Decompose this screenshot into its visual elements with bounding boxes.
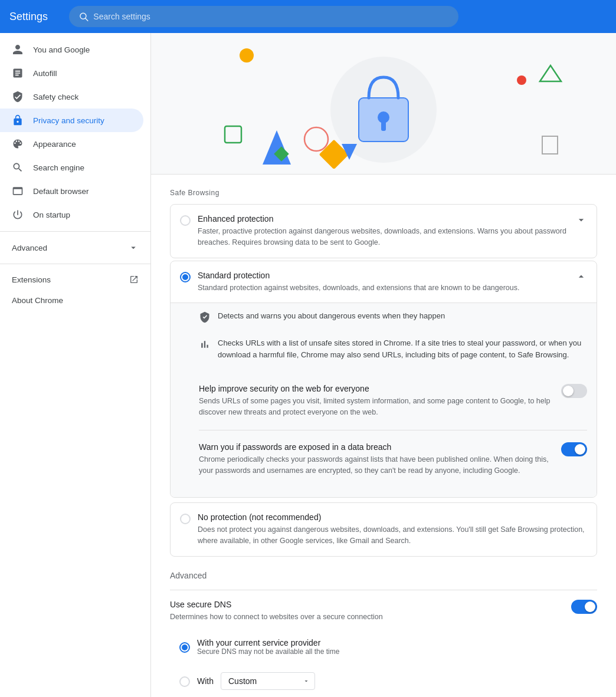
sidebar-item-label: On startup xyxy=(33,211,70,219)
sidebar-item-you-and-google[interactable]: You and Google xyxy=(0,38,143,61)
dns-option-current[interactable]: With your current service provider Secur… xyxy=(179,632,597,662)
app-header: Settings xyxy=(0,0,616,33)
hero-svg xyxy=(183,39,584,169)
feature-text-1: Detects and warns you about dangerous ev… xyxy=(218,310,445,322)
sidebar-item-label: Safety check xyxy=(33,93,78,101)
no-protection-card: No protection (not recommended) Does not… xyxy=(170,502,597,557)
enhanced-radio[interactable] xyxy=(180,215,191,226)
custom-provider-select[interactable]: Custom xyxy=(221,672,315,690)
safe-browsing-label: Safe Browsing xyxy=(170,189,597,197)
sidebar-item-label: Search engine xyxy=(33,163,84,172)
external-link-icon xyxy=(129,275,139,284)
standard-radio-fill xyxy=(182,274,188,280)
help-improve-desc: Sends URLs of some pages you visit, limi… xyxy=(199,396,552,418)
person-icon xyxy=(12,44,24,55)
sidebar-item-on-startup[interactable]: On startup xyxy=(0,203,143,226)
chevron-down-icon xyxy=(575,214,587,226)
sidebar-item-label: Autofill xyxy=(33,69,57,78)
palette-icon xyxy=(12,138,24,150)
warn-passwords-row: Warn you if passwords are exposed in a d… xyxy=(199,430,587,488)
enhanced-expand-btn[interactable] xyxy=(575,214,587,226)
sidebar-advanced-section[interactable]: Advanced xyxy=(0,236,150,259)
dns-option-custom[interactable]: With Custom xyxy=(179,662,597,698)
dns-current-radio[interactable] xyxy=(179,642,190,653)
sidebar-item-default-browser[interactable]: Default browser xyxy=(0,179,143,203)
feature-row-2: Checks URLs with a list of unsafe sites … xyxy=(199,330,587,367)
no-protection-radio[interactable] xyxy=(180,514,191,524)
custom-select-row: Custom xyxy=(221,668,315,695)
enhanced-protection-card: Enhanced protection Faster, proactive pr… xyxy=(170,204,597,258)
app-title: Settings xyxy=(9,11,48,23)
dns-current-radio-fill xyxy=(182,645,188,650)
enhanced-desc: Faster, proactive protection against dan… xyxy=(198,226,568,248)
power-icon xyxy=(12,209,24,221)
standard-radio[interactable] xyxy=(180,272,191,282)
standard-expand-btn[interactable] xyxy=(575,271,587,282)
advanced-label: Advanced xyxy=(12,244,47,252)
enhanced-title: Enhanced protection xyxy=(198,214,568,223)
bar-chart-icon xyxy=(199,338,211,350)
svg-marker-13 xyxy=(540,65,561,81)
extensions-label: Extensions xyxy=(12,275,51,284)
no-protection-header[interactable]: No protection (not recommended) Does not… xyxy=(171,503,597,556)
chevron-down-icon xyxy=(128,242,139,253)
dns-custom-radio[interactable] xyxy=(179,676,190,687)
shield-icon xyxy=(12,91,24,103)
lock-icon xyxy=(12,114,24,126)
dns-toggle-row: Use secure DNS Determines how to connect… xyxy=(170,590,597,627)
advanced-section-label: Advanced xyxy=(170,571,597,580)
search-input[interactable] xyxy=(93,12,449,21)
sidebar-divider-2 xyxy=(0,264,150,264)
dns-sub-options: With your current service provider Secur… xyxy=(170,632,597,698)
standard-protection-card: Standard protection Standard protection … xyxy=(170,261,597,498)
feature-row-1: Detects and warns you about dangerous ev… xyxy=(199,303,587,330)
sidebar-item-label: Privacy and security xyxy=(33,116,104,125)
warn-passwords-title: Warn you if passwords are exposed in a d… xyxy=(199,442,552,452)
warn-passwords-text: Warn you if passwords are exposed in a d… xyxy=(199,442,552,476)
about-chrome-label: About Chrome xyxy=(12,296,63,305)
search-icon xyxy=(78,11,89,22)
sidebar-item-autofill[interactable]: Autofill xyxy=(0,61,143,85)
feature-text-2: Checks URLs with a list of unsafe sites … xyxy=(218,337,587,360)
sidebar-item-about-chrome[interactable]: About Chrome xyxy=(0,290,143,311)
help-improve-toggle[interactable] xyxy=(561,384,587,398)
svg-point-6 xyxy=(240,48,254,63)
svg-rect-7 xyxy=(225,126,241,143)
sidebar-item-privacy-and-security[interactable]: Privacy and security xyxy=(0,109,143,132)
sidebar-item-label: Default browser xyxy=(33,187,89,196)
sidebar-item-label: You and Google xyxy=(33,45,90,54)
main-content: Safe Browsing Enhanced protection Faster… xyxy=(151,33,616,697)
standard-protection-header[interactable]: Standard protection Standard protection … xyxy=(171,261,597,303)
search-bar[interactable] xyxy=(69,6,458,27)
warn-passwords-desc: Chrome periodically checks your password… xyxy=(199,454,552,476)
sidebar-item-search-engine[interactable]: Search engine xyxy=(0,156,143,179)
content-area: Safe Browsing Enhanced protection Faster… xyxy=(151,175,616,697)
no-protection-option-text: No protection (not recommended) Does not… xyxy=(198,512,587,547)
shield-feature-icon xyxy=(199,311,211,323)
svg-point-9 xyxy=(304,127,328,151)
dns-current-label: With your current service provider xyxy=(197,638,339,647)
dns-current-text: With your current service provider Secur… xyxy=(197,638,339,656)
sidebar: You and Google Autofill Safety check Pri… xyxy=(0,33,151,697)
warn-passwords-toggle[interactable] xyxy=(561,442,587,456)
standard-expanded-content: Detects and warns you about dangerous ev… xyxy=(171,303,597,497)
dns-toggle[interactable] xyxy=(571,600,597,614)
dns-custom-label: With xyxy=(197,676,214,686)
sidebar-item-safety-check[interactable]: Safety check xyxy=(0,85,143,109)
sidebar-divider xyxy=(0,231,150,232)
sidebar-item-extensions[interactable]: Extensions xyxy=(0,269,150,290)
dns-current-sublabel: Secure DNS may not be available all the … xyxy=(197,647,339,656)
article-icon xyxy=(12,67,24,79)
svg-line-1 xyxy=(86,18,88,21)
standard-title: Standard protection xyxy=(198,271,520,280)
hero-illustration xyxy=(151,33,616,175)
sidebar-item-appearance[interactable]: Appearance xyxy=(0,132,143,156)
svg-marker-14 xyxy=(542,136,558,154)
enhanced-protection-header[interactable]: Enhanced protection Faster, proactive pr… xyxy=(171,205,597,258)
sidebar-item-label: Appearance xyxy=(33,140,76,149)
no-protection-desc: Does not protect you against dangerous w… xyxy=(198,524,587,547)
standard-desc: Standard protection against websites, do… xyxy=(198,282,520,294)
help-improve-title: Help improve security on the web for eve… xyxy=(199,384,552,393)
no-protection-title: No protection (not recommended) xyxy=(198,512,587,522)
chevron-up-icon xyxy=(575,271,587,282)
